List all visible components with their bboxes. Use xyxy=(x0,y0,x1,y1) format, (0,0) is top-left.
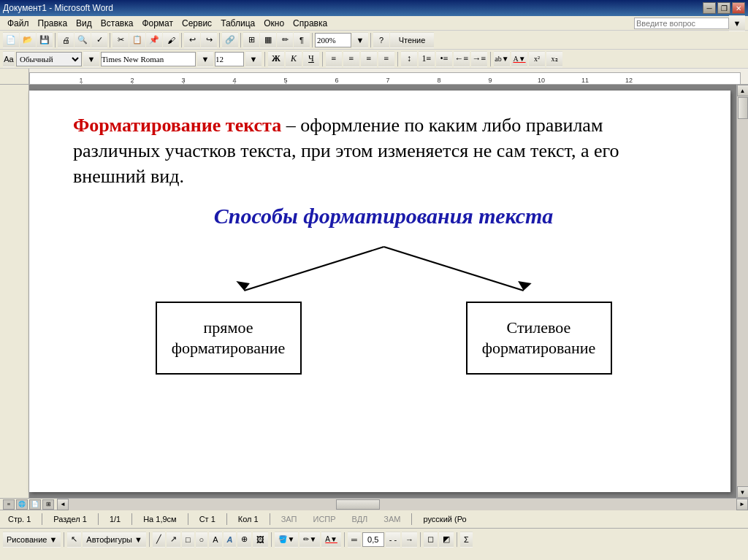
scroll-down-button[interactable]: ▼ xyxy=(737,486,749,498)
scroll-up-button[interactable]: ▲ xyxy=(737,85,749,96)
menu-help[interactable]: Справка xyxy=(289,17,332,30)
increase-indent-button[interactable]: →≡ xyxy=(471,51,487,67)
line-style-button[interactable]: ═ xyxy=(348,532,361,548)
ruler-mark-9: 9 xyxy=(488,77,492,84)
3d-button[interactable]: ◩ xyxy=(439,532,454,548)
help-button[interactable]: ? xyxy=(373,32,389,48)
spellcheck-button[interactable]: ✓ xyxy=(91,32,107,48)
font-color-draw-button[interactable]: A▼ xyxy=(321,532,341,548)
table-button[interactable]: ⊞ xyxy=(243,32,259,48)
drawing-button[interactable]: ✏ xyxy=(277,32,293,48)
font-color-button[interactable]: A▼ xyxy=(511,51,527,67)
diagram-button[interactable]: ⊕ xyxy=(237,532,251,548)
subscript-button[interactable]: x₂ xyxy=(546,51,562,67)
draw-sep-6 xyxy=(457,532,457,547)
wordart-button[interactable]: A xyxy=(224,532,237,548)
textbox-button[interactable]: A xyxy=(209,532,221,548)
close-button[interactable]: ✕ xyxy=(732,2,745,14)
align-right-button[interactable]: ≡ xyxy=(361,51,377,67)
font-input[interactable] xyxy=(101,52,196,66)
cut-button[interactable]: ✂ xyxy=(112,32,129,48)
numbering-button[interactable]: 1≡ xyxy=(419,51,435,67)
web-view-button[interactable]: 🌐 xyxy=(16,499,28,510)
h-scroll-track[interactable] xyxy=(69,499,736,510)
show-hide-button[interactable]: ¶ xyxy=(294,32,310,48)
menu-insert[interactable]: Вставка xyxy=(96,17,138,30)
ruler-line-2 xyxy=(132,80,133,84)
select-button[interactable]: ↖ xyxy=(67,532,81,548)
drawing-menu-button[interactable]: Рисование ▼ xyxy=(3,532,61,548)
menu-window[interactable]: Окно xyxy=(259,17,289,30)
arrow-tool-button[interactable]: ↗ xyxy=(167,532,180,548)
open-button[interactable]: 📂 xyxy=(20,32,36,48)
preview-button[interactable]: 🔍 xyxy=(75,32,91,48)
line-color-button[interactable]: ✏▼ xyxy=(299,532,320,548)
normal-view-button[interactable]: ≡ xyxy=(3,499,15,510)
restore-button[interactable]: ❐ xyxy=(717,2,730,14)
font-size-input[interactable] xyxy=(215,52,244,66)
dash-style-button[interactable]: - - xyxy=(386,532,400,548)
ellipse-tool-button[interactable]: ○ xyxy=(196,532,208,548)
justify-button[interactable]: ≡ xyxy=(378,51,394,67)
copy-button[interactable]: 📋 xyxy=(129,32,145,48)
paste-button[interactable]: 📌 xyxy=(146,32,162,48)
print-button[interactable]: 🖨 xyxy=(58,32,74,48)
align-center-button[interactable]: ≡ xyxy=(343,51,359,67)
menu-edit[interactable]: Правка xyxy=(34,17,72,30)
font-dropdown[interactable]: ▼ xyxy=(197,51,213,67)
rect-tool-button[interactable]: □ xyxy=(182,532,194,548)
underline-button[interactable]: Ч xyxy=(303,51,319,67)
help-search-button[interactable]: ▼ xyxy=(729,15,745,31)
autoshapes-button[interactable]: Автофигуры ▼ xyxy=(83,532,146,548)
h-scroll-thumb[interactable] xyxy=(336,499,380,510)
size-dropdown[interactable]: ▼ xyxy=(245,51,262,67)
line-spacing-button[interactable]: ↕ xyxy=(401,51,417,67)
undo-button[interactable]: ↩ xyxy=(184,32,200,48)
line-tool-button[interactable]: ╱ xyxy=(153,532,165,548)
help-search-input[interactable] xyxy=(634,18,729,29)
ruler-line-3 xyxy=(183,80,184,84)
zoom-input[interactable] xyxy=(315,33,351,47)
menu-tools[interactable]: Сервис xyxy=(178,17,216,30)
toolbar-sep-3 xyxy=(181,33,182,47)
new-button[interactable]: 📄 xyxy=(3,32,19,48)
decrease-indent-button[interactable]: ←≡ xyxy=(454,51,470,67)
clipart-button[interactable]: 🖼 xyxy=(253,532,268,548)
style-dropdown[interactable]: ▼ xyxy=(83,51,99,67)
hyperlink-button[interactable]: 🔗 xyxy=(222,32,238,48)
line-width-input[interactable] xyxy=(362,532,384,547)
scroll-thumb[interactable] xyxy=(738,97,748,119)
bold-button[interactable]: Ж xyxy=(268,51,284,67)
reading-button[interactable]: Чтение xyxy=(390,32,434,48)
scroll-track[interactable] xyxy=(737,96,749,486)
style-format-box: Стилевоеформатирование xyxy=(466,302,612,375)
menu-table[interactable]: Таблица xyxy=(216,17,259,30)
outline-view-button[interactable]: ⊞ xyxy=(42,499,54,510)
minimize-button[interactable]: ─ xyxy=(703,2,716,14)
bullets-button[interactable]: •≡ xyxy=(436,51,452,67)
menu-view[interactable]: Вид xyxy=(72,17,96,30)
align-left-button[interactable]: ≡ xyxy=(326,51,342,67)
status-sep-2 xyxy=(98,513,99,525)
menu-format[interactable]: Формат xyxy=(137,17,178,30)
h-scroll-right-button[interactable]: ► xyxy=(736,499,748,510)
shadow-button[interactable]: ◻ xyxy=(424,532,438,548)
zoom-dropdown[interactable]: ▼ xyxy=(352,32,368,48)
format-painter-button[interactable]: 🖌 xyxy=(163,32,179,48)
print-view-button[interactable]: 📄 xyxy=(29,499,41,510)
highlight-button[interactable]: ab▼ xyxy=(494,51,510,67)
menu-file[interactable]: Файл xyxy=(3,17,34,30)
style-select[interactable]: Обычный xyxy=(16,52,82,66)
fill-color-button[interactable]: 🪣▼ xyxy=(275,532,298,548)
columns-button[interactable]: ▦ xyxy=(260,32,276,48)
arrow-style-button[interactable]: → xyxy=(402,532,417,548)
help-search-area: ▼ xyxy=(634,15,745,31)
save-button[interactable]: 💾 xyxy=(37,32,53,48)
superscript-button[interactable]: x² xyxy=(529,51,545,67)
document-page[interactable]: Форматирование текста – оформление по ка… xyxy=(29,91,730,492)
draw-sep-1 xyxy=(64,532,64,547)
sigma-button[interactable]: Σ xyxy=(460,532,473,548)
redo-button[interactable]: ↪ xyxy=(201,32,217,48)
h-scroll-left-button[interactable]: ◄ xyxy=(57,499,69,510)
italic-button[interactable]: К xyxy=(286,51,302,67)
